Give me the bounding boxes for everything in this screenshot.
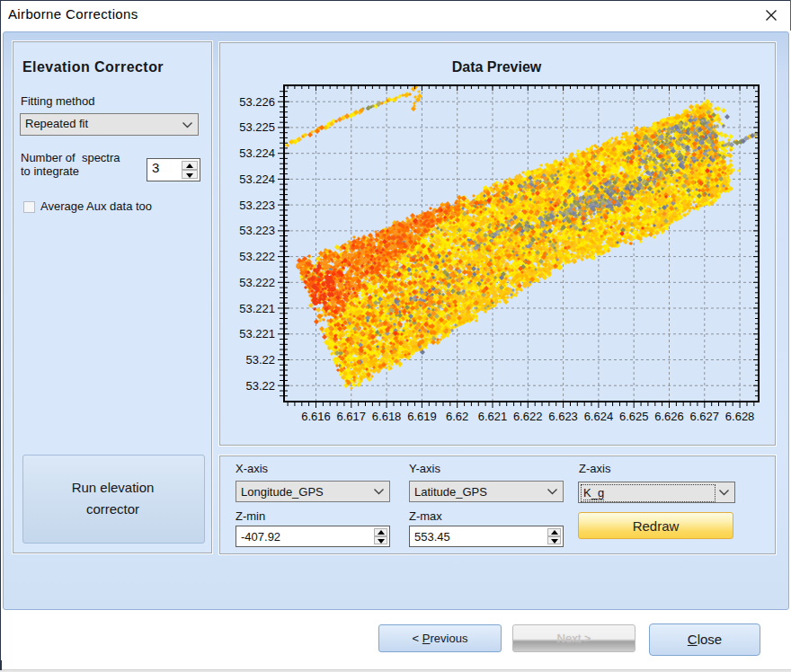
svg-text:53.223: 53.223 (239, 199, 275, 212)
svg-text:6.626: 6.626 (654, 410, 684, 423)
svg-text:53.225: 53.225 (239, 120, 275, 134)
svg-text:6.628: 6.628 (725, 410, 755, 423)
svg-text:53.22: 53.22 (245, 379, 275, 393)
svg-text:6.624: 6.624 (584, 410, 614, 423)
svg-text:53.226: 53.226 (239, 95, 275, 109)
svg-text:6.621: 6.621 (478, 410, 508, 423)
svg-text:6.62: 6.62 (446, 410, 468, 423)
svg-text:6.622: 6.622 (513, 410, 543, 423)
svg-text:53.222: 53.222 (239, 250, 275, 263)
svg-text:6.616: 6.616 (301, 410, 331, 423)
svg-text:53.22: 53.22 (245, 353, 275, 367)
svg-text:53.223: 53.223 (239, 224, 275, 237)
svg-text:53.221: 53.221 (239, 327, 275, 340)
svg-text:53.224: 53.224 (239, 172, 275, 186)
svg-text:6.627: 6.627 (690, 410, 720, 423)
svg-text:6.617: 6.617 (337, 410, 367, 423)
svg-text:6.623: 6.623 (548, 410, 578, 423)
svg-text:53.224: 53.224 (239, 146, 275, 160)
svg-text:6.625: 6.625 (619, 410, 649, 423)
svg-text:53.222: 53.222 (239, 276, 275, 289)
svg-text:6.618: 6.618 (372, 410, 402, 423)
svg-text:53.221: 53.221 (239, 302, 275, 315)
svg-text:6.619: 6.619 (407, 410, 437, 423)
